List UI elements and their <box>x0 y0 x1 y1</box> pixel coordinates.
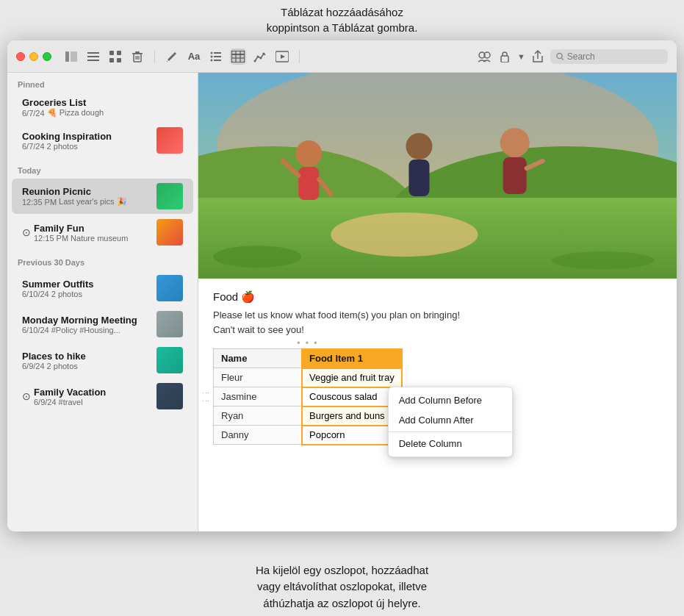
svg-rect-6 <box>117 51 121 55</box>
maximize-button[interactable] <box>43 52 51 61</box>
compose-button[interactable] <box>164 49 180 65</box>
note-table-wrapper: ⋮⋮ • • • Name Food Item 1 FleurVeggie an… <box>213 348 403 445</box>
toolbar-separator-1 <box>154 50 155 63</box>
sidebar-item-places-hike-title: Places to hike <box>22 351 151 362</box>
sidebar-item-groceries-title: Groceries List <box>22 97 183 108</box>
svg-point-16 <box>211 51 213 54</box>
sidebar-toggle-button[interactable] <box>63 49 79 65</box>
sidebar-section-pinned: Pinned <box>7 73 198 92</box>
context-menu-add-after[interactable]: Add Column After <box>389 410 512 430</box>
bullets-button[interactable] <box>208 49 224 65</box>
table-row: RyanBurgers and buns <box>214 407 403 426</box>
svg-point-20 <box>211 59 213 61</box>
svg-rect-4 <box>87 60 99 61</box>
svg-rect-17 <box>214 52 221 54</box>
sidebar-item-cooking[interactable]: Cooking Inspiration 6/7/24 2 photos <box>12 123 193 158</box>
svg-rect-5 <box>109 51 114 55</box>
note-content: Food 🍎 Please let us know what food item… <box>198 279 677 459</box>
note-title: Food 🍎 <box>213 290 662 304</box>
sidebar-item-monday-meeting-thumb <box>156 311 183 337</box>
sidebar-item-family-fun-subtitle: 12:15 PM Nature museum <box>34 234 151 243</box>
sidebar-item-family-vacation[interactable]: ⊙ Family Vacation 6/9/24 #travel <box>12 379 193 414</box>
toolbar-right: ▼ <box>476 49 668 65</box>
sidebar-section-today: Today <box>7 159 198 178</box>
annotation-top: Táblázat hozzáadásához koppintson a Tábl… <box>0 0 684 40</box>
traffic-lights <box>16 52 51 61</box>
collab-button[interactable] <box>476 49 492 65</box>
sidebar-item-cooking-text: Cooking Inspiration 6/7/24 2 photos <box>22 131 151 151</box>
svg-rect-45 <box>298 167 319 200</box>
format-button[interactable]: Aa <box>186 49 202 65</box>
sidebar-item-reunion-picnic-title: Reunion Picnic <box>22 186 151 197</box>
table-row: DannyPopcorn <box>214 426 403 445</box>
sidebar-item-places-hike[interactable]: Places to hike 6/9/24 2 photos <box>12 343 193 378</box>
svg-point-18 <box>211 55 213 57</box>
sidebar-item-cooking-subtitle: 6/7/24 2 photos <box>22 142 151 151</box>
sidebar-section-previous: Previous 30 Days <box>7 251 198 270</box>
media-button[interactable] <box>274 49 290 65</box>
sidebar-item-family-vacation-thumb <box>156 383 183 409</box>
toolbar: Aa <box>7 40 677 73</box>
sidebar-item-cooking-thumb <box>156 127 183 154</box>
sidebar-item-reunion-picnic-thumb <box>156 183 183 209</box>
close-button[interactable] <box>16 52 25 61</box>
table-cell-food: Popcorn <box>302 426 403 445</box>
svg-rect-1 <box>71 51 77 62</box>
table-cell-food: Veggie and fruit tray <box>302 368 403 387</box>
note-body: Please let us know what food item(s) you… <box>213 308 662 337</box>
svg-point-29 <box>260 57 262 59</box>
svg-rect-51 <box>503 157 527 194</box>
sidebar-item-monday-meeting-subtitle: 6/10/24 #Policy #Housing... <box>22 326 151 334</box>
toolbar-separator-2 <box>299 50 300 63</box>
list-view-button[interactable] <box>85 49 101 65</box>
sidebar-item-groceries[interactable]: Groceries List 6/7/24 🍕 Pizza dough <box>12 93 193 122</box>
sidebar-item-reunion-picnic[interactable]: Reunion Picnic 12:35 PM Last year's pics… <box>12 179 193 214</box>
chart-button[interactable] <box>252 49 268 65</box>
table-cell-food: Burgers and buns <box>302 407 403 426</box>
table-button[interactable] <box>230 49 246 65</box>
sidebar-item-reunion-picnic-subtitle: 12:35 PM Last year's pics 🎉 <box>22 197 151 207</box>
search-input[interactable] <box>567 51 662 62</box>
grid-view-button[interactable] <box>107 49 123 65</box>
context-menu-delete[interactable]: Delete Column <box>389 434 512 454</box>
main-content: Pinned Groceries List 6/7/24 🍕 Pizza dou… <box>7 73 677 531</box>
table-cell-food: Couscous salad <box>302 387 403 407</box>
sidebar-item-family-fun-text: Family Fun 12:15 PM Nature museum <box>34 223 151 243</box>
delete-button[interactable] <box>129 49 145 65</box>
svg-rect-49 <box>408 160 429 196</box>
main-window: Aa <box>7 40 677 531</box>
svg-point-28 <box>257 55 259 57</box>
svg-line-15 <box>167 61 168 62</box>
table-row: FleurVeggie and fruit tray <box>214 368 403 387</box>
table-header-food: Food Item 1 <box>302 349 403 368</box>
sidebar-item-monday-meeting[interactable]: Monday Morning Meeting 6/10/24 #Policy #… <box>12 307 193 342</box>
share-button[interactable] <box>530 49 546 65</box>
svg-rect-22 <box>231 51 245 62</box>
sidebar-item-cooking-title: Cooking Inspiration <box>22 131 151 142</box>
table-header-name: Name <box>214 349 302 368</box>
lock-button[interactable] <box>497 49 513 65</box>
svg-rect-2 <box>87 52 99 54</box>
shared-icon-family-vacation: ⊙ <box>22 390 31 402</box>
table-move-handle[interactable]: • • • <box>297 338 318 348</box>
table-drag-handle[interactable]: ⋮⋮ <box>201 389 211 405</box>
sidebar-item-family-fun[interactable]: ⊙ Family Fun 12:15 PM Nature museum <box>12 215 193 250</box>
context-menu-add-before[interactable]: Add Column Before <box>389 390 512 410</box>
sidebar-item-places-hike-text: Places to hike 6/9/24 2 photos <box>22 351 151 370</box>
svg-point-36 <box>557 53 562 58</box>
annotation-bottom-line2: vagy eltávolíthat oszlopokat, illetve <box>257 580 427 592</box>
svg-rect-21 <box>214 60 221 61</box>
annotation-bottom-line3: áthúzhatja az oszlopot új helyre. <box>263 597 420 609</box>
svg-line-37 <box>562 58 564 60</box>
svg-rect-0 <box>65 51 69 62</box>
sidebar-item-summer-outfits-subtitle: 6/10/24 2 photos <box>22 290 151 298</box>
svg-rect-3 <box>87 56 99 57</box>
svg-point-50 <box>500 128 530 157</box>
search-box[interactable] <box>550 49 668 64</box>
shared-icon-family-fun: ⊙ <box>22 226 31 238</box>
minimize-button[interactable] <box>29 52 38 61</box>
sidebar-item-summer-outfits[interactable]: Summer Outfits 6/10/24 2 photos <box>12 271 193 306</box>
lock-label: ▼ <box>517 52 525 61</box>
hero-image <box>198 73 677 279</box>
table-cell-name: Jasmine <box>214 387 302 407</box>
